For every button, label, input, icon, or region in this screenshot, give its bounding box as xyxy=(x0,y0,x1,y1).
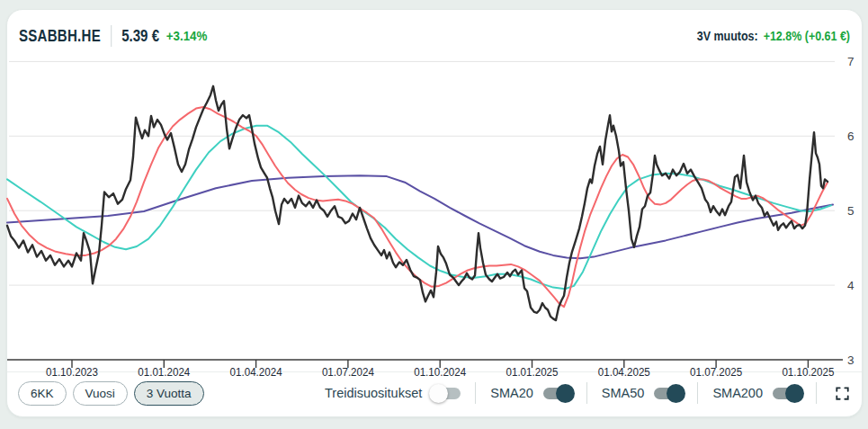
range-button-group: 6KK Vuosi 3 Vuotta xyxy=(18,381,204,406)
chart-header: SSABBH.HE 5.39 € +3.14% 3V muutos: +12.8… xyxy=(7,21,862,51)
header-divider xyxy=(111,25,112,47)
toggle-knob xyxy=(667,384,685,403)
current-price: 5.39 € xyxy=(121,27,159,46)
change-percent: +3.14% xyxy=(166,28,208,44)
sma20-toggle[interactable] xyxy=(543,388,572,399)
trade-recommendations-label: Treidisuositukset xyxy=(325,386,422,400)
period-change-value: +12.8% (+0.61 €) xyxy=(764,29,850,43)
sma50-label: SMA50 xyxy=(602,386,645,400)
range-button-6kk[interactable]: 6KK xyxy=(18,381,67,406)
period-change-label: 3V muutos: xyxy=(697,29,758,43)
stock-chart-card: SSABBH.HE 5.39 € +3.14% 3V muutos: +12.8… xyxy=(6,9,863,417)
range-button-vuosi[interactable]: Vuosi xyxy=(73,381,128,406)
toggle-knob xyxy=(429,384,448,403)
toggle-knob xyxy=(556,384,575,403)
separator xyxy=(697,382,698,404)
header-right-group: 3V muutos: +12.8% (+0.61 €) xyxy=(697,29,850,43)
sma200-toggle[interactable] xyxy=(773,388,801,399)
expand-icon[interactable] xyxy=(833,384,851,402)
header-left-group: SSABBH.HE 5.39 € +3.14% xyxy=(19,25,207,47)
indicator-toggle-group: Treidisuositukset SMA20 SMA50 SMA200 xyxy=(325,382,851,404)
sma50-toggle[interactable] xyxy=(654,388,683,399)
chart-controls-bar: 6KK Vuosi 3 Vuotta Treidisuositukset SMA… xyxy=(7,371,862,414)
ticker-symbol: SSABBH.HE xyxy=(19,27,101,46)
sma20-label: SMA20 xyxy=(490,386,533,400)
range-button-3vuotta[interactable]: 3 Vuotta xyxy=(134,381,204,406)
trade-recommendations-toggle[interactable] xyxy=(432,388,461,399)
separator xyxy=(816,382,817,404)
toggle-knob xyxy=(785,384,804,403)
separator xyxy=(586,382,587,404)
sma200-label: SMA200 xyxy=(712,386,763,400)
separator xyxy=(475,382,476,404)
